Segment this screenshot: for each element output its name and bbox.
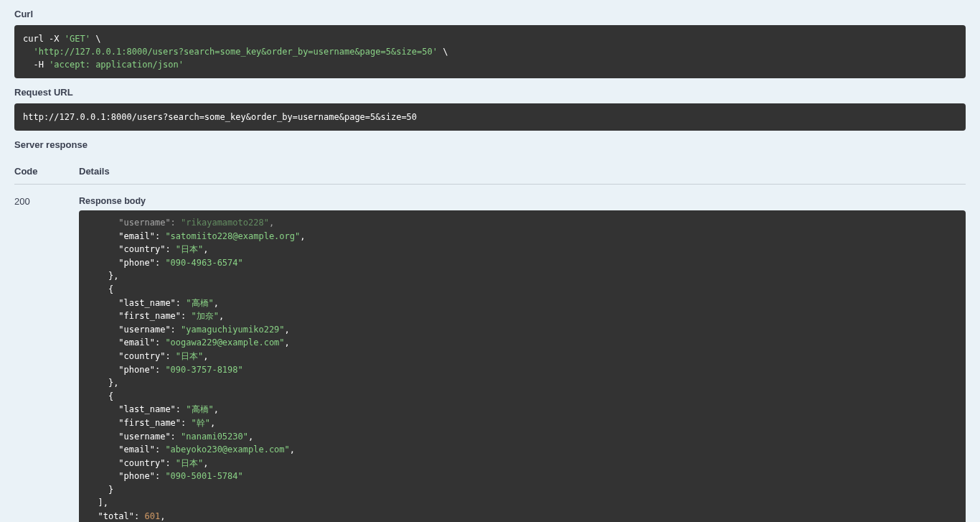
response-body-row: 200 Response body "username": "rikayamam… bbox=[14, 185, 966, 522]
response-code: 200 bbox=[14, 196, 79, 522]
request-url-block[interactable]: http://127.0.0.1:8000/users?search=some_… bbox=[14, 103, 966, 131]
code-column-header: Code bbox=[14, 166, 79, 177]
response-body-json[interactable]: "username": "rikayamamoto228", "email": … bbox=[79, 210, 966, 522]
curl-code-block[interactable]: curl -X 'GET' \ 'http://127.0.0.1:8000/u… bbox=[14, 25, 966, 78]
curl-url: 'http://127.0.0.1:8000/users?search=some… bbox=[23, 47, 438, 57]
curl-cont1: \ bbox=[90, 34, 100, 44]
response-table: Code Details 200 Response body "username… bbox=[14, 159, 966, 522]
curl-flag: -H bbox=[23, 60, 49, 70]
request-url-value: http://127.0.0.1:8000/users?search=some_… bbox=[23, 112, 417, 122]
response-header-row: Code Details bbox=[14, 159, 966, 185]
request-url-section-label: Request URL bbox=[14, 87, 966, 98]
curl-cont2: \ bbox=[438, 47, 448, 57]
curl-section-label: Curl bbox=[14, 9, 966, 19]
details-column-header: Details bbox=[79, 166, 110, 177]
server-response-section-label: Server response bbox=[14, 139, 966, 150]
response-body-label: Response body bbox=[79, 196, 966, 206]
curl-cmd: curl -X bbox=[23, 34, 65, 44]
curl-header: 'accept: application/json' bbox=[49, 60, 184, 70]
curl-method: 'GET' bbox=[65, 34, 90, 44]
